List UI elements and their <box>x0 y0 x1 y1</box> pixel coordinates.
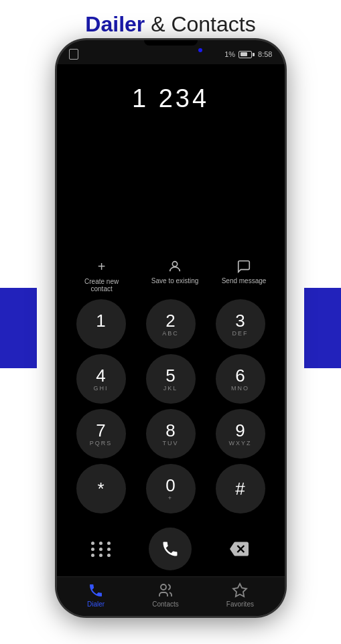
app-header: Dailer & Contacts <box>0 0 341 44</box>
send-message-button[interactable]: Send message <box>222 259 267 285</box>
create-contact-label: Create new contact <box>75 278 129 293</box>
dialpad-row-2: 4 GHI 5 JKL 6 MNO <box>66 354 275 404</box>
camera-dot <box>198 48 202 52</box>
nav-dialer[interactable]: Dialer <box>87 582 105 608</box>
call-button[interactable] <box>149 528 192 570</box>
save-to-existing-button[interactable]: Save to existing <box>151 259 199 285</box>
favorites-nav-icon <box>232 582 248 598</box>
dial-hash[interactable]: # <box>216 464 265 513</box>
nav-contacts[interactable]: Contacts <box>152 582 178 608</box>
dial-star[interactable]: * <box>76 464 126 513</box>
send-message-label: Send message <box>222 277 267 285</box>
bottom-nav: Dialer Contacts Favorites <box>57 576 285 616</box>
save-to-existing-label: Save to existing <box>151 277 199 285</box>
dial-6[interactable]: 6 MNO <box>216 354 265 404</box>
blue-block-left <box>0 288 37 368</box>
time-display: 8:58 <box>258 50 272 58</box>
dial-7[interactable]: 7 PQRS <box>76 409 126 459</box>
svg-point-1 <box>161 584 166 590</box>
backspace-icon <box>230 540 249 558</box>
dial-2[interactable]: 2 ABC <box>146 299 196 349</box>
dots-grid-icon <box>91 542 113 557</box>
grid-button[interactable] <box>77 524 127 574</box>
notch <box>144 40 198 46</box>
plus-icon: + <box>98 259 106 274</box>
dialpad-row-1: 1 2 ABC 3 DEF <box>66 299 275 349</box>
backspace-button[interactable] <box>214 524 264 574</box>
nav-favorites-label: Favorites <box>226 600 254 608</box>
dialpad-actions <box>57 523 285 576</box>
nav-contacts-label: Contacts <box>152 600 178 608</box>
nav-favorites[interactable]: Favorites <box>226 582 254 608</box>
status-left <box>69 49 78 60</box>
svg-point-0 <box>172 262 177 266</box>
phone-screen: 1 234 + Create new contact Save to exist… <box>57 64 285 616</box>
status-right: 1% 8:58 <box>224 50 272 58</box>
contacts-nav-icon <box>157 582 174 598</box>
dialpad: 1 2 ABC 3 DEF 4 GHI 5 <box>57 295 285 523</box>
phone-call-icon <box>161 540 180 558</box>
dialpad-row-4: * 0 + # <box>66 464 275 513</box>
create-contact-button[interactable]: + Create new contact <box>75 259 129 293</box>
nav-dialer-label: Dialer <box>87 600 105 608</box>
dialed-number: 1 234 <box>57 64 285 120</box>
svg-marker-2 <box>233 584 247 596</box>
dial-1[interactable]: 1 <box>76 299 126 349</box>
battery-icon <box>238 51 255 58</box>
message-icon <box>236 259 251 274</box>
contact-options-row: + Create new contact Save to existing Se… <box>57 252 285 295</box>
sim-icon <box>69 49 78 60</box>
phone-device: 1% 8:58 1 234 + Create new contact <box>57 40 285 616</box>
dial-3[interactable]: 3 DEF <box>216 299 265 349</box>
dial-8[interactable]: 8 TUV <box>146 409 196 459</box>
dial-4[interactable]: 4 GHI <box>76 354 126 404</box>
person-icon <box>167 259 182 274</box>
app-title: Dailer & Contacts <box>85 12 255 36</box>
blue-block-right <box>304 288 341 368</box>
dial-9[interactable]: 9 WXYZ <box>216 409 265 459</box>
dialpad-row-3: 7 PQRS 8 TUV 9 WXYZ <box>66 409 275 459</box>
signal-text: 1% <box>224 50 235 58</box>
dial-0[interactable]: 0 + <box>146 464 196 513</box>
dialer-nav-icon <box>88 582 104 598</box>
dial-5[interactable]: 5 JKL <box>146 354 196 404</box>
